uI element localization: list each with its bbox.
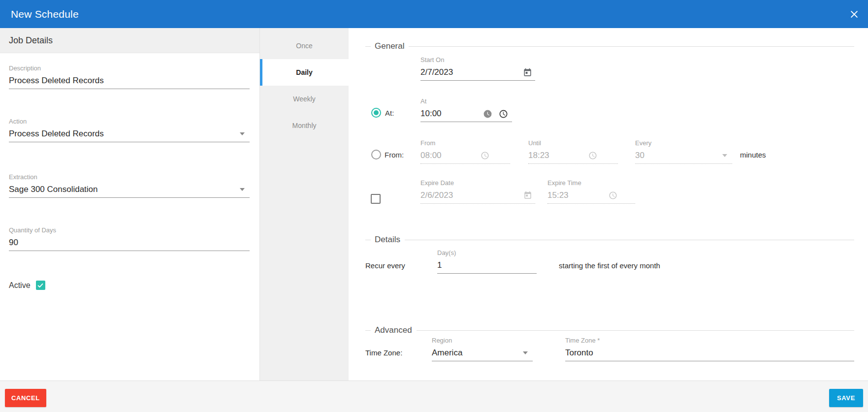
until-time-input[interactable]: 18:23 <box>528 150 588 161</box>
at-radio[interactable] <box>371 108 381 118</box>
description-field[interactable]: Description Process Deleted Records <box>9 64 250 89</box>
chevron-down-icon[interactable] <box>240 188 245 191</box>
quantity-of-days-input[interactable]: 90 <box>9 237 247 249</box>
clock-icon[interactable] <box>481 151 489 160</box>
every-select[interactable]: 30 <box>635 150 722 161</box>
at-radio-label: At: <box>385 108 394 118</box>
calendar-icon[interactable] <box>523 68 532 77</box>
at-time-label: At <box>420 97 512 105</box>
expire-time-label: Expire Time <box>547 179 635 187</box>
region-field[interactable]: Region America <box>432 337 533 361</box>
clock-outline-icon[interactable] <box>499 109 508 119</box>
tab-monthly[interactable]: Monthly <box>260 112 349 139</box>
tab-weekly[interactable]: Weekly <box>260 86 349 112</box>
action-field[interactable]: Action Process Deleted Records <box>9 118 250 142</box>
dialog-titlebar: New Schedule <box>0 0 868 28</box>
time-zone-input[interactable]: Toronto <box>565 347 851 359</box>
chevron-down-icon[interactable] <box>722 154 727 157</box>
recur-every-label: Recur every <box>365 261 405 271</box>
time-zone-field[interactable]: Time Zone * Toronto <box>565 337 854 361</box>
general-section-legend: General <box>365 41 854 51</box>
extraction-field[interactable]: Extraction Sage 300 Consolidation <box>9 173 250 198</box>
expire-date-field[interactable]: Expire Date 2/6/2023 <box>420 179 535 204</box>
expire-time-input[interactable]: 15:23 <box>547 190 609 201</box>
frequency-tabs: Once Daily Weekly Monthly <box>260 28 349 380</box>
action-label: Action <box>9 118 250 126</box>
time-zone-label: Time Zone * <box>565 337 854 345</box>
time-zone-row-label: Time Zone: <box>365 348 402 358</box>
description-label: Description <box>9 64 250 72</box>
start-on-input[interactable]: 2/7/2023 <box>420 66 523 78</box>
region-label: Region <box>432 337 533 345</box>
days-label: Day(s) <box>437 249 537 257</box>
expire-date-label: Expire Date <box>420 179 535 187</box>
minutes-label: minutes <box>740 150 766 160</box>
check-icon <box>37 282 44 289</box>
region-select[interactable]: America <box>432 347 523 359</box>
from-radio[interactable] <box>371 150 381 159</box>
dialog-title: New Schedule <box>11 8 79 20</box>
job-details-heading: Job Details <box>0 28 259 53</box>
every-field[interactable]: Every 30 <box>635 139 732 164</box>
until-time-field[interactable]: Until 18:23 <box>528 139 618 164</box>
description-input[interactable]: Process Deleted Records <box>9 75 247 87</box>
close-icon <box>849 9 859 19</box>
action-select[interactable]: Process Deleted Records <box>9 128 240 140</box>
expire-time-field[interactable]: Expire Time 15:23 <box>547 179 635 204</box>
tab-daily[interactable]: Daily <box>260 59 349 86</box>
extraction-label: Extraction <box>9 173 250 181</box>
expire-checkbox[interactable] <box>371 194 381 204</box>
cancel-button[interactable]: CANCEL <box>5 389 46 407</box>
clock-icon[interactable] <box>609 191 617 200</box>
until-time-label: Until <box>528 139 618 147</box>
days-field[interactable]: Day(s) 1 <box>437 249 537 274</box>
extraction-select[interactable]: Sage 300 Consolidation <box>9 184 240 195</box>
every-label: Every <box>635 139 732 147</box>
chevron-down-icon[interactable] <box>240 132 245 135</box>
active-checkbox[interactable] <box>36 281 45 290</box>
active-row: Active <box>9 281 45 290</box>
advanced-section-legend: Advanced <box>365 325 854 335</box>
calendar-icon[interactable] <box>523 191 532 200</box>
from-time-input[interactable]: 08:00 <box>420 150 481 161</box>
clock-icon[interactable] <box>588 151 597 160</box>
quantity-of-days-label: Quantity of Days <box>9 226 250 234</box>
quantity-of-days-field[interactable]: Quantity of Days 90 <box>9 226 250 251</box>
clock-filled-icon[interactable] <box>483 109 492 119</box>
footer-bar: CANCEL SAVE <box>0 380 868 412</box>
at-time-field[interactable]: At 10:00 <box>420 97 512 122</box>
save-button[interactable]: SAVE <box>829 389 863 407</box>
from-radio-label: From: <box>385 150 404 160</box>
details-section-legend: Details <box>365 235 854 245</box>
at-time-input[interactable]: 10:00 <box>420 108 483 120</box>
close-button[interactable] <box>848 8 860 20</box>
start-on-label: Start On <box>420 56 535 64</box>
from-time-field[interactable]: From 08:00 <box>420 139 510 164</box>
chevron-down-icon[interactable] <box>523 351 528 354</box>
start-on-field[interactable]: Start On 2/7/2023 <box>420 56 535 81</box>
from-time-label: From <box>420 139 510 147</box>
active-label: Active <box>9 281 31 290</box>
recur-suffix-label: starting the first of every month <box>559 261 660 271</box>
expire-date-input[interactable]: 2/6/2023 <box>420 190 523 201</box>
tab-once[interactable]: Once <box>260 32 349 59</box>
days-input[interactable]: 1 <box>437 259 534 271</box>
